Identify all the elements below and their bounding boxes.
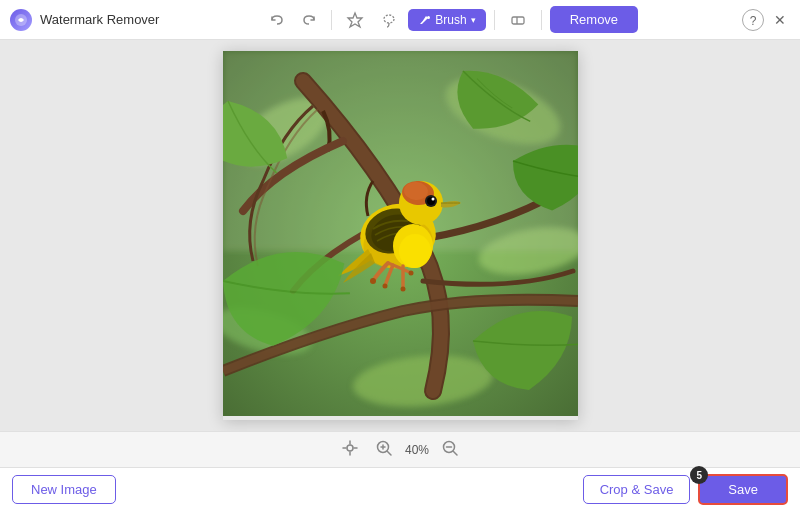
brush-label: Brush	[435, 13, 466, 27]
close-button[interactable]: ✕	[770, 8, 790, 32]
brush-dropdown-icon: ▾	[471, 15, 476, 25]
title-bar: Watermark Remover	[0, 0, 800, 40]
svg-point-27	[382, 284, 387, 289]
undo-button[interactable]	[263, 8, 291, 32]
remove-button[interactable]: Remove	[550, 6, 638, 33]
canvas-area	[0, 40, 800, 431]
svg-point-28	[400, 287, 405, 292]
save-button[interactable]: Save	[698, 474, 788, 505]
help-button[interactable]: ?	[742, 9, 764, 31]
zoom-out-button[interactable]	[437, 437, 463, 462]
separator-1	[331, 10, 332, 30]
footer-right: Crop & Save 5 Save	[583, 474, 788, 505]
svg-line-34	[387, 452, 391, 456]
pan-button[interactable]	[337, 437, 363, 462]
svg-point-29	[408, 271, 413, 276]
lasso-button[interactable]	[374, 7, 404, 33]
app-title: Watermark Remover	[40, 12, 159, 27]
title-bar-right: ? ✕	[742, 8, 790, 32]
svg-point-3	[427, 16, 430, 19]
zoom-bar: 40%	[0, 431, 800, 467]
svg-point-30	[347, 445, 353, 451]
svg-point-26	[370, 278, 376, 284]
crop-save-button[interactable]: Crop & Save	[583, 475, 691, 504]
svg-line-37	[454, 452, 458, 456]
svg-point-19	[399, 234, 431, 268]
save-button-wrapper: 5 Save	[698, 474, 788, 505]
main-image	[223, 51, 578, 416]
footer: New Image Crop & Save 5 Save	[0, 467, 800, 511]
svg-marker-1	[348, 13, 362, 27]
separator-3	[541, 10, 542, 30]
redo-button[interactable]	[295, 8, 323, 32]
eraser-button[interactable]	[503, 7, 533, 33]
brush-button[interactable]: Brush ▾	[408, 9, 485, 31]
svg-point-25	[431, 198, 434, 201]
svg-point-2	[384, 15, 394, 23]
app-logo	[10, 9, 32, 31]
new-image-button[interactable]: New Image	[12, 475, 116, 504]
toolbar: Brush ▾ Remove	[263, 6, 638, 33]
title-bar-left: Watermark Remover	[10, 9, 159, 31]
image-container[interactable]	[223, 51, 578, 420]
separator-2	[494, 10, 495, 30]
smart-select-button[interactable]	[340, 7, 370, 33]
svg-rect-4	[512, 17, 524, 24]
zoom-level: 40%	[405, 443, 429, 457]
zoom-in-button[interactable]	[371, 437, 397, 462]
